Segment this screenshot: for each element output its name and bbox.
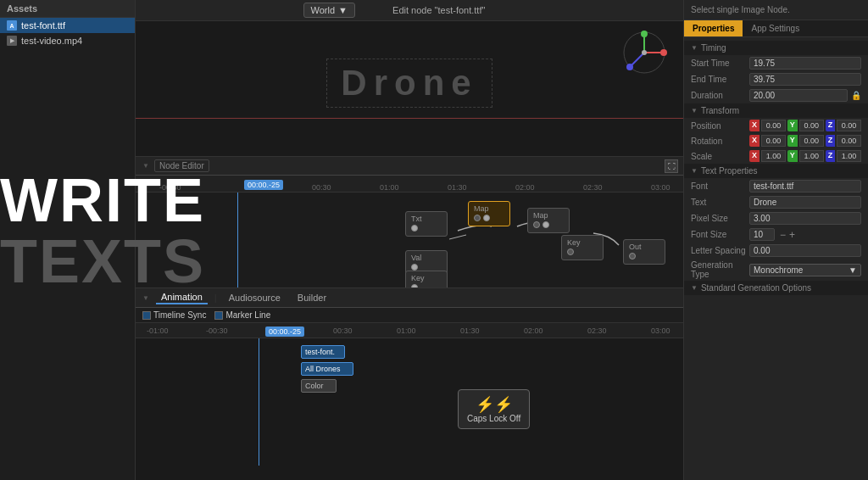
- node-map-1[interactable]: Map: [468, 201, 510, 226]
- asset-item-video[interactable]: ▶ test-video.mp4: [0, 33, 135, 48]
- font-size-value[interactable]: 10: [749, 228, 775, 241]
- asset-video-label: test-video.mp4: [21, 36, 82, 46]
- node-port-out-4[interactable]: [629, 253, 636, 260]
- anim-ruler-mark-6: 02:30: [587, 327, 607, 335]
- start-time-value[interactable]: 19.75: [749, 57, 861, 70]
- right-content: Timing Start Time 19.75 End Time 39.75 D…: [684, 37, 868, 480]
- scale-x-label: X: [749, 150, 760, 162]
- track-item-font[interactable]: test-font.: [301, 345, 345, 359]
- font-size-decrement[interactable]: −: [780, 229, 786, 241]
- node-port-val[interactable]: [411, 264, 418, 271]
- lock-icon[interactable]: 🔒: [851, 91, 861, 100]
- node-key-2[interactable]: Key: [405, 271, 448, 288]
- text-props-label: Text Properties: [701, 166, 758, 176]
- world-dropdown-icon: ▼: [338, 5, 348, 15]
- duration-label: Duration: [691, 91, 746, 100]
- ruler-mark-1: -00:30: [159, 183, 181, 192]
- timeline-sync-cb[interactable]: [142, 311, 151, 320]
- asset-font-label: test-font.ttf: [21, 20, 65, 31]
- node-port-key-in[interactable]: [567, 248, 574, 255]
- anim-tab-builder[interactable]: Builder: [292, 292, 331, 304]
- gen-type-value: Monochrome: [754, 265, 803, 275]
- world-dropdown[interactable]: World ▼: [303, 3, 355, 18]
- end-time-label: End Time: [691, 75, 746, 84]
- anim-ruler-mark-4: 01:30: [460, 327, 480, 335]
- ruler-mark-2: 00:30: [312, 183, 331, 192]
- prop-generation-type: Generation Type Monochrome ▼: [684, 259, 868, 281]
- node-port-out-3[interactable]: [542, 221, 549, 228]
- horizon-line: [136, 118, 683, 119]
- font-value[interactable]: test-font.ttf: [749, 180, 861, 193]
- node-port-in-2[interactable]: [533, 221, 540, 228]
- world-label: World: [311, 5, 336, 15]
- prop-letter-spacing: Letter Spacing 0.00: [684, 243, 868, 259]
- node-timeline-ruler: -00:30 00:00.-25 00:30 01:00 01:30 02:00…: [136, 176, 683, 193]
- prop-end-time: End Time 39.75: [684, 71, 868, 87]
- right-tab-appsettings[interactable]: App Settings: [743, 20, 808, 36]
- scale-xyz: X 1.00 Y 1.00 Z 1.00: [749, 150, 861, 162]
- node-port-in[interactable]: [474, 215, 481, 221]
- node-port-out-2[interactable]: [483, 215, 490, 221]
- scale-y-label: Y: [787, 150, 798, 162]
- node-txt[interactable]: Txt: [405, 211, 448, 237]
- pos-z-val[interactable]: 0.00: [837, 120, 861, 131]
- pos-y-val[interactable]: 0.00: [799, 120, 824, 131]
- ruler-mark-3: 01:00: [380, 183, 399, 192]
- track-item-color[interactable]: Color: [301, 379, 337, 393]
- timeline-controls: Timeline Sync Marker Line: [136, 308, 683, 323]
- track-item-drones[interactable]: All Drones: [301, 362, 353, 376]
- scale-y-val[interactable]: 1.00: [799, 150, 824, 162]
- viewport-canvas: Drone: [136, 21, 683, 144]
- anim-tab-animation[interactable]: Animation: [156, 291, 208, 304]
- text-value[interactable]: Drone: [749, 196, 861, 209]
- rotation-xyz: X 0.00 Y 0.00 Z 0.00: [749, 135, 861, 147]
- svg-point-4: [642, 50, 647, 55]
- animation-panel: ▼ Animation | Audiosource Builder Timeli…: [136, 288, 683, 480]
- rot-z-val[interactable]: 0.00: [837, 135, 861, 147]
- transform-label: Transform: [701, 106, 739, 115]
- svg-point-7: [626, 64, 633, 70]
- marker-line-cb[interactable]: [214, 311, 223, 320]
- anim-ruler-mark-7: 03:00: [651, 327, 670, 335]
- ruler-mark-6: 02:30: [583, 183, 603, 192]
- node-map-2[interactable]: Map: [527, 208, 570, 233]
- viewport-header: World ▼ Edit node "test-font.ttf": [136, 0, 683, 21]
- scale-x-val[interactable]: 1.00: [761, 150, 786, 162]
- ruler-mark-5: 02:00: [515, 183, 535, 192]
- rot-x-val[interactable]: 0.00: [761, 135, 786, 147]
- asset-item-font[interactable]: A test-font.ttf: [0, 18, 135, 33]
- font-size-increment[interactable]: +: [789, 229, 795, 241]
- transform-section-header[interactable]: Transform: [684, 103, 868, 118]
- prop-rotation: Rotation X 0.00 Y 0.00 Z 0.00: [684, 133, 868, 148]
- node-out[interactable]: Out: [623, 239, 665, 265]
- prop-font: Font test-font.ttf: [684, 178, 868, 194]
- pixel-size-value[interactable]: 3.00: [749, 212, 861, 225]
- timeline-sync-label[interactable]: Timeline Sync: [142, 310, 206, 320]
- ruler-mark-4: 01:30: [448, 183, 467, 192]
- marker-line-label[interactable]: Marker Line: [214, 310, 270, 320]
- anim-tab-audiosource[interactable]: Audiosource: [224, 292, 286, 304]
- anim-cursor-line: [259, 338, 259, 466]
- right-tab-properties[interactable]: Properties: [684, 20, 743, 36]
- node-key[interactable]: Key: [561, 235, 604, 260]
- node-editor-label: Node Editor: [154, 159, 209, 172]
- gen-type-dropdown[interactable]: Monochrome ▼: [749, 264, 861, 276]
- fullscreen-btn[interactable]: ⛶: [665, 159, 678, 173]
- timeline-area: test-font. All Drones Color ⚡⚡ Caps Lock…: [136, 338, 683, 466]
- text-props-section-header[interactable]: Text Properties: [684, 164, 868, 178]
- timing-section-header[interactable]: Timing: [684, 41, 868, 55]
- animation-header: ▼ Animation | Audiosource Builder: [136, 288, 683, 308]
- duration-value[interactable]: 20.00: [749, 89, 848, 102]
- pos-x-val[interactable]: 0.00: [761, 120, 786, 131]
- node-port-out[interactable]: [411, 225, 418, 232]
- scale-label: Scale: [691, 152, 746, 161]
- std-gen-section-header[interactable]: Standard Generation Options: [684, 281, 868, 295]
- scale-z-val[interactable]: 1.00: [837, 150, 861, 162]
- end-time-value[interactable]: 39.75: [749, 73, 861, 86]
- video-icon: ▶: [7, 36, 17, 46]
- rot-y-val[interactable]: 0.00: [799, 135, 824, 147]
- anim-ruler-mark-0: -01:00: [147, 327, 169, 335]
- anim-ruler-mark-2: 00:30: [333, 327, 353, 335]
- rot-z-label: Z: [826, 135, 836, 147]
- letter-spacing-value[interactable]: 0.00: [749, 244, 861, 257]
